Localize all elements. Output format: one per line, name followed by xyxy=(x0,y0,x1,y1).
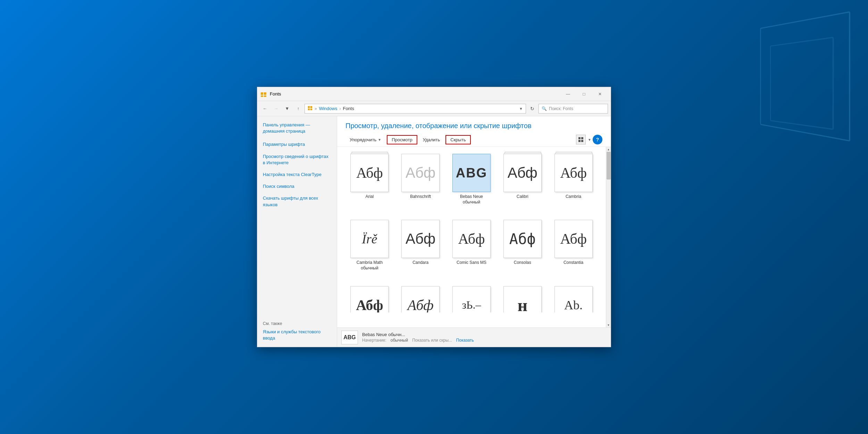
font-name-consolas: Consolas xyxy=(514,260,531,266)
font-item-consolas[interactable]: Абф Consolas xyxy=(498,218,546,282)
view-mode-button[interactable] xyxy=(576,135,586,144)
sidebar-link-download[interactable]: Скачать шрифты для всех языков xyxy=(257,194,337,209)
scroll-thumb[interactable] xyxy=(607,152,611,180)
scroll-up-button[interactable]: ▲ xyxy=(606,147,611,152)
svg-rect-5 xyxy=(310,106,312,108)
font-preview-cambria-math: Ïrě xyxy=(350,220,389,258)
address-dropdown-icon[interactable]: ▼ xyxy=(519,107,523,111)
path-arrow: › xyxy=(339,106,341,111)
svg-rect-2 xyxy=(261,95,263,97)
font-preview-partial-3: зЬ.– xyxy=(452,286,491,311)
view-button[interactable]: Просмотр xyxy=(387,135,417,144)
up-button[interactable]: ↑ xyxy=(293,104,303,114)
svg-rect-3 xyxy=(264,95,266,97)
font-name-calibri: Calibri xyxy=(517,194,528,200)
font-item-partial-5[interactable]: Аb. xyxy=(549,285,598,312)
page-title: Просмотр, удаление, отображение или скры… xyxy=(345,122,602,130)
font-name-arial: Arial xyxy=(365,194,374,200)
view-chevron-icon[interactable]: ▼ xyxy=(588,138,591,142)
font-item-arial[interactable]: Абф Arial xyxy=(345,152,394,216)
font-preview-partial-1: Абф xyxy=(350,286,389,311)
window-icon xyxy=(260,91,267,98)
font-name-cambria: Cambria xyxy=(566,194,581,200)
toolbar: Упорядочить ▼ Просмотр Удалить Скрыть xyxy=(337,133,611,147)
search-field[interactable]: 🔍 Поиск: Fonts xyxy=(539,104,608,114)
show-label: Показать или скры... xyxy=(412,338,452,343)
font-item-calibri[interactable]: Абф Calibri xyxy=(498,152,546,216)
address-field[interactable]: » Windows › Fonts ▼ xyxy=(304,104,526,114)
recent-button[interactable]: ▼ xyxy=(282,104,292,114)
status-bar: ABG Bebas Neue обычн... Начертание: обыч… xyxy=(337,327,611,347)
sidebar-link-online[interactable]: Просмотр сведений о шрифтах в Интернете xyxy=(257,152,337,167)
scroll-track xyxy=(606,152,611,323)
refresh-button[interactable]: ↻ xyxy=(527,104,537,114)
svg-rect-8 xyxy=(578,137,581,139)
scrollbar: ▲ ▼ xyxy=(606,147,611,327)
font-preview-calibri: Абф xyxy=(503,154,542,192)
minimize-button[interactable]: — xyxy=(560,89,576,100)
svg-rect-4 xyxy=(308,106,310,108)
address-path-windows: Windows xyxy=(319,106,337,111)
font-item-partial-1[interactable]: Абф xyxy=(345,285,394,312)
style-label: Начертание: xyxy=(362,338,386,343)
font-preview-arial: Абф xyxy=(350,154,389,192)
font-item-partial-4[interactable]: н xyxy=(498,285,546,312)
sidebar-link-cleartype[interactable]: Настройка текста ClearType xyxy=(257,170,337,179)
sidebar-link-char-map[interactable]: Поиск символа xyxy=(257,182,337,191)
font-name-constantia: Constantia xyxy=(564,260,583,266)
main-area: Панель управления — домашняя страница Па… xyxy=(257,116,611,347)
svg-rect-10 xyxy=(578,140,581,142)
search-icon: 🔍 xyxy=(542,106,547,111)
scroll-down-button[interactable]: ▼ xyxy=(606,323,611,327)
help-button[interactable]: ? xyxy=(593,135,602,144)
back-button[interactable]: ← xyxy=(260,104,270,114)
svg-rect-6 xyxy=(308,109,310,110)
svg-rect-11 xyxy=(581,140,583,142)
sidebar: Панель управления — домашняя страница Па… xyxy=(257,116,337,347)
font-name-bahnschrift: Bahnschrift xyxy=(410,194,431,200)
font-preview-bahnschrift: Абф xyxy=(401,154,440,192)
maximize-button[interactable]: □ xyxy=(576,89,592,100)
address-path-fonts: Fonts xyxy=(343,106,354,111)
font-preview-partial-4: н xyxy=(503,286,542,311)
font-preview-candara: Абф xyxy=(401,220,440,258)
font-item-cambria-math[interactable]: Ïrě Cambria Mathобычный xyxy=(345,218,394,282)
font-item-comic-sans[interactable]: Абф Comic Sans MS xyxy=(448,218,496,282)
close-button[interactable]: ✕ xyxy=(592,89,608,100)
hide-button[interactable]: Скрыть xyxy=(445,135,470,144)
window-controls: — □ ✕ xyxy=(560,89,608,100)
status-details: Начертание: обычный Показать или скры...… xyxy=(362,338,474,343)
font-item-partial-3[interactable]: зЬ.– xyxy=(448,285,496,312)
font-item-bebas[interactable]: ABG Bebas Neueобычный xyxy=(448,152,496,216)
font-preview-consolas: Абф xyxy=(503,220,542,258)
font-preview-bebas: ABG xyxy=(452,154,491,192)
font-item-partial-2[interactable]: Абф xyxy=(397,285,445,312)
sidebar-link-home[interactable]: Панель управления — домашняя страница xyxy=(257,120,337,136)
font-name-candara: Candara xyxy=(412,260,428,266)
font-grid-container: Абф Arial Абф Bahnschrift AB xyxy=(337,147,611,327)
font-item-constantia[interactable]: Абф Constantia xyxy=(549,218,598,282)
status-font-icon: ABG xyxy=(341,331,358,344)
sidebar-link-languages[interactable]: Языки и службы текстового ввода xyxy=(257,327,337,343)
font-item-candara[interactable]: Абф Candara xyxy=(397,218,445,282)
search-placeholder: Поиск: Fonts xyxy=(549,106,573,111)
content-header: Просмотр, удаление, отображение или скры… xyxy=(337,116,611,133)
order-button[interactable]: Упорядочить ▼ xyxy=(345,136,385,144)
address-bar: ← → ▼ ↑ » Windows › Fonts ▼ ↻ 🔍 Поиск: F… xyxy=(257,101,611,116)
sidebar-link-settings[interactable]: Параметры шрифта xyxy=(257,140,337,149)
font-preview-partial-2: Абф xyxy=(401,286,440,311)
font-preview-partial-5: Аb. xyxy=(554,286,593,311)
order-chevron-icon: ▼ xyxy=(378,138,381,142)
see-also-title: См. также xyxy=(257,316,337,327)
forward-button[interactable]: → xyxy=(271,104,281,114)
svg-rect-0 xyxy=(261,92,263,95)
fonts-window: Fonts — □ ✕ ← → ▼ ↑ » Windows › Fonts xyxy=(257,87,611,347)
show-value: Показать xyxy=(456,338,474,343)
font-name-cambria-math: Cambria Mathобычный xyxy=(357,260,383,271)
font-name-bebas: Bebas Neueобычный xyxy=(460,194,483,205)
address-separator: » xyxy=(315,106,317,111)
delete-button[interactable]: Удалить xyxy=(419,136,444,144)
font-item-bahnschrift[interactable]: Абф Bahnschrift xyxy=(397,152,445,216)
status-info: Bebas Neue обычн... Начертание: обычный … xyxy=(362,332,474,343)
font-item-cambria[interactable]: Абф Cambria xyxy=(549,152,598,216)
